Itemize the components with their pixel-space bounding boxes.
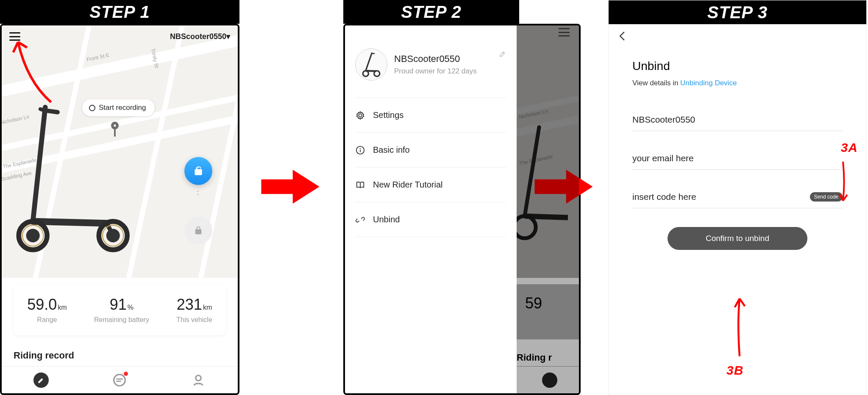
annotation-label-3b: 3B: [726, 363, 743, 378]
svg-point-3: [26, 229, 40, 242]
step1-phone-frame: Front St E Trinity St Nicholson Ln Mill …: [0, 24, 239, 395]
device-selector[interactable]: NBScooter0550▾: [170, 32, 230, 41]
menu-label-unbind: Unbind: [373, 215, 400, 224]
pencil-icon: [37, 376, 45, 384]
nav-activity[interactable]: [112, 373, 127, 388]
menu-item-settings[interactable]: Settings: [355, 98, 506, 133]
stats-card: 59.0km Range 91% Remaining battery 231km…: [14, 284, 226, 335]
step-2-banner: STEP 2: [343, 0, 519, 24]
menu-item-tutorial[interactable]: New Rider Tutorial: [355, 168, 506, 202]
stat-vehicle-label: This vehicle: [176, 316, 212, 324]
step2-phone-frame: Nicholson Ln The Esplanade 59 Riding r: [343, 24, 581, 395]
book-icon: [355, 180, 365, 190]
arrow-step1-to-step2: [261, 170, 320, 204]
notification-dot-icon: [124, 372, 128, 376]
stat-battery-value: 91: [110, 296, 127, 313]
scooter-avatar-icon: [359, 50, 383, 78]
gear-icon: [355, 110, 365, 120]
menu-icon[interactable]: [9, 32, 20, 41]
svg-point-14: [374, 71, 380, 76]
unlock-icon: [193, 165, 204, 176]
scooter-image: [14, 98, 150, 259]
unlink-icon: [355, 215, 365, 225]
svg-point-10: [114, 374, 125, 386]
lock-icon: [194, 226, 203, 235]
stat-range: 59.0km Range: [27, 296, 67, 324]
menu-label-tutorial: New Rider Tutorial: [373, 180, 443, 190]
street-front-st: Front St E: [86, 52, 110, 63]
expand-chevron-icon[interactable]: ⌄⌄: [196, 189, 200, 195]
menu-item-basic-info[interactable]: Basic info: [355, 133, 506, 168]
annotation-label-3a: 3A: [841, 140, 858, 155]
stat-range-label: Range: [27, 316, 67, 324]
drawer-owner-duration: Proud owner for 122 days: [394, 67, 477, 76]
unbind-subtitle: View details in Unbinding Device: [632, 79, 843, 87]
step-3-banner: STEP 3: [609, 0, 866, 24]
stat-range-unit: km: [58, 304, 67, 311]
code-field[interactable]: Send code: [632, 186, 843, 208]
email-field[interactable]: [632, 147, 843, 170]
edit-icon[interactable]: [499, 50, 506, 60]
unlock-button[interactable]: [184, 157, 212, 185]
svg-point-6: [106, 229, 120, 242]
riding-record-heading: Riding record: [14, 350, 74, 361]
email-input[interactable]: [632, 153, 843, 163]
drawer-scrim[interactable]: [517, 25, 581, 393]
step-1-banner: STEP 1: [0, 0, 239, 24]
bottom-nav: [2, 366, 238, 393]
side-drawer: NBScooter0550 Proud owner for 122 days S…: [345, 25, 517, 393]
step3-screen: Unbind View details in Unbinding Device …: [609, 24, 866, 395]
info-icon: [355, 145, 365, 155]
stat-vehicle-unit: km: [203, 304, 212, 311]
code-input[interactable]: [632, 192, 810, 202]
device-avatar: [355, 48, 387, 81]
nav-profile[interactable]: [191, 373, 206, 388]
send-code-button[interactable]: Send code: [810, 192, 843, 202]
back-chevron-icon: [619, 31, 626, 41]
stat-vehicle-value: 231: [177, 296, 202, 313]
menu-label-basic-info: Basic info: [373, 145, 410, 155]
map-area[interactable]: Front St E Trinity St Nicholson Ln Mill …: [2, 25, 238, 278]
confirm-unbind-button[interactable]: Confirm to unbind: [668, 227, 807, 250]
back-button[interactable]: [609, 24, 636, 51]
unbind-title: Unbind: [632, 59, 843, 73]
lock-button[interactable]: [184, 216, 212, 244]
device-name-field: NBScooter0550: [632, 109, 843, 131]
nav-home[interactable]: [33, 373, 49, 388]
stat-battery: 91% Remaining battery: [94, 296, 149, 324]
stat-battery-unit: %: [128, 304, 134, 311]
svg-point-11: [196, 375, 201, 381]
stat-vehicle: 231km This vehicle: [176, 296, 212, 324]
svg-point-16: [360, 148, 361, 149]
profile-icon: [192, 374, 205, 387]
menu-item-unbind[interactable]: Unbind: [355, 202, 506, 237]
menu-label-settings: Settings: [373, 110, 403, 120]
stat-range-value: 59.0: [27, 296, 57, 313]
unbinding-device-link[interactable]: Unbinding Device: [680, 79, 737, 87]
stat-battery-label: Remaining battery: [94, 316, 149, 324]
drawer-device-name: NBScooter0550: [394, 53, 477, 64]
